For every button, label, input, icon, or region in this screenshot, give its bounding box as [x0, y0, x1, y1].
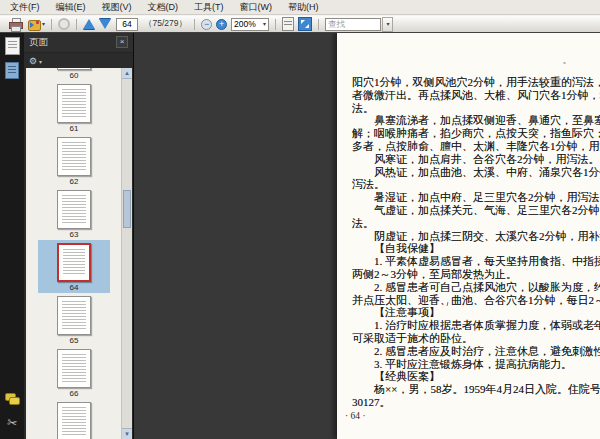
document-text-line: 阴虚证，加点揉三阴交、太溪穴各2分钟，用补法。	[352, 230, 600, 243]
export-icon	[27, 18, 41, 31]
document-text-line: 气虚证，加点揉关元、气海、足三里穴各2分钟，用补	[352, 204, 600, 217]
zoom-out-icon: −	[201, 19, 212, 30]
scroll-up-icon[interactable]: ▲	[122, 68, 132, 79]
fit-width-button[interactable]	[282, 17, 294, 32]
page-up-icon	[83, 19, 95, 29]
document-text-line: 暑湿证，加点中府、足三里穴各2分钟，用泻法。	[352, 191, 600, 204]
document-text-line: 【自我保健】	[352, 242, 600, 255]
thumbnail-page-number: 60	[70, 70, 79, 81]
thumbnail-page-number: 65	[70, 335, 79, 346]
document-workspace: 阳穴1分钟，双侧风池穴2分钟，用手法较重的泻法，使患 者微微汗出。再点揉风池、大…	[134, 32, 600, 439]
document-text-line: 2. 感冒患者可自己点揉风池穴，以酸胀为度，约2分钟，	[352, 281, 600, 294]
thumbnail-item[interactable]: 62	[38, 134, 110, 187]
print-icon	[8, 18, 23, 31]
document-text-line: 30127。	[352, 396, 600, 409]
document-text-line: 【注意事项】	[352, 306, 600, 319]
fit-page-button[interactable]	[298, 17, 312, 32]
thumbnail-page-preview[interactable]	[57, 84, 91, 123]
zoom-in-button[interactable]: +	[216, 17, 227, 32]
document-text-line: 3. 平时应注意锻炼身体，提高抗病能力。	[352, 358, 600, 371]
export-button[interactable]: ▾	[27, 17, 45, 32]
search-input[interactable]	[325, 18, 381, 31]
thumbnail-page-number: 63	[70, 229, 79, 240]
thumbnail-item[interactable]: 66	[38, 346, 110, 399]
document-text-line: 【经典医案】	[352, 370, 600, 383]
scroll-down-icon[interactable]: ▼	[122, 428, 132, 439]
comments-panel-button[interactable]	[0, 393, 24, 405]
fit-width-icon	[282, 17, 294, 31]
fit-page-icon	[298, 17, 312, 31]
thumbnail-page-number: 64	[70, 282, 79, 293]
menu-item[interactable]: 文件(F)	[2, 0, 48, 14]
pages-panel-header: 页面 ×	[24, 32, 133, 53]
document-text-line: 法。	[352, 102, 600, 115]
panel-close-button[interactable]: ×	[116, 36, 128, 48]
menu-item[interactable]: 视图(V)	[94, 0, 140, 14]
thumbnail-item[interactable]: 67	[38, 399, 110, 439]
zoom-in-icon: +	[216, 19, 227, 30]
comments-panel-icon	[5, 393, 19, 405]
zoom-level-dropdown[interactable]: 200% ▾	[231, 18, 269, 31]
thumbnail-page-preview[interactable]	[57, 68, 91, 70]
thumbnail-page-number: 62	[70, 176, 79, 187]
document-text-line: 阳穴1分钟，双侧风池穴2分钟，用手法较重的泻法，使患	[352, 76, 600, 89]
thumbnail-item[interactable]: 60	[38, 68, 110, 81]
thumbnail-page-preview[interactable]	[57, 349, 91, 388]
menu-item[interactable]: 帮助(H)	[280, 0, 327, 14]
thumbnail-page-preview[interactable]	[57, 243, 91, 282]
export-caret-icon: ▾	[42, 21, 45, 27]
document-text-line: 鼻塞流涕者，加点揉双侧迎香、鼻通穴，至鼻塞症状缓	[352, 114, 600, 127]
zoom-out-button[interactable]: −	[201, 17, 212, 32]
thumbnail-page-preview[interactable]	[57, 296, 91, 335]
bookmarks-panel-icon	[5, 62, 19, 79]
refresh-button-disabled[interactable]	[58, 17, 70, 32]
pages-panel-icon	[5, 37, 20, 55]
menu-bar: 文件(F) 编辑(E) 视图(V) 文档(D) 工具(T) 窗口(W) 帮助(H…	[0, 0, 600, 15]
thumbnail-scroll-content: 60 61 62 63 64 65 66 67	[26, 68, 122, 439]
scrollbar-thumb[interactable]	[123, 190, 131, 228]
toolbar-separator	[318, 19, 319, 30]
thumbnail-item[interactable]: 64	[38, 240, 110, 293]
thumbnail-item[interactable]: 65	[38, 293, 110, 346]
document-text-line: 风寒证，加点肩井、合谷穴各2分钟，用泻法。	[352, 153, 600, 166]
page-count-label: （75/279）	[144, 18, 187, 30]
thumbnail-page-preview[interactable]	[57, 402, 91, 439]
bookmarks-panel-button[interactable]	[0, 62, 24, 79]
panel-options-gear-icon[interactable]: ⚙	[29, 56, 37, 66]
navigation-icon-strip: ✂︎	[0, 32, 24, 439]
toolbar-separator	[194, 19, 195, 30]
page-down-icon	[99, 19, 111, 29]
thumbnail-scrollbar[interactable]: ▲ ▼	[121, 68, 132, 439]
pages-panel-options-bar: ⚙ ▾	[24, 53, 133, 69]
thumbnail-item[interactable]: 61	[38, 81, 110, 134]
thumbnail-item[interactable]: 63	[38, 187, 110, 240]
panel-options-caret-icon[interactable]: ▾	[39, 58, 42, 65]
document-text-line: 并点压太阳、迎香、曲池、合谷穴各1分钟，每日2～3次。	[352, 294, 600, 307]
thumbnail-page-number: 66	[70, 388, 79, 399]
main-toolbar: ▾ （75/279） − + 200% ▾	[0, 15, 600, 33]
pages-panel-title: 页面	[29, 36, 116, 49]
menu-item[interactable]: 编辑(E)	[48, 0, 94, 14]
document-page[interactable]: 阳穴1分钟，双侧风池穴2分钟，用手法较重的泻法，使患 者微微汗出。再点揉风池、大…	[337, 32, 600, 439]
thumbnail-page-preview[interactable]	[57, 190, 91, 229]
document-text-line: 多者，点按肺俞、膻中、太渊、丰隆穴各1分钟，用泻法。	[352, 140, 600, 153]
next-page-button[interactable]	[99, 17, 111, 32]
menu-item[interactable]: 工具(T)	[186, 0, 232, 14]
menu-item[interactable]: 窗口(W)	[232, 0, 281, 14]
toolbar-separator	[275, 19, 276, 30]
scan-speck	[563, 62, 566, 64]
document-text-line: 可采取适于施术的卧位。	[352, 332, 600, 345]
page-number-input[interactable]	[116, 18, 138, 31]
pages-panel: 页面 × ⚙ ▾ 60 61 62 63 64 65 66 6	[24, 32, 134, 439]
thumbnail-page-preview[interactable]	[57, 137, 91, 176]
search-options-dropdown[interactable]: ▾	[382, 17, 393, 32]
attachments-panel-button[interactable]: ✂︎	[0, 417, 24, 429]
thumbnail-page-number: 61	[70, 123, 79, 134]
previous-page-button[interactable]	[83, 17, 95, 32]
print-button[interactable]	[8, 17, 23, 32]
zoom-level-value: 200%	[234, 19, 256, 29]
menu-item[interactable]: 文档(D)	[140, 0, 187, 14]
document-text-line: 法。	[352, 217, 600, 230]
pages-panel-button[interactable]	[0, 37, 24, 55]
document-text-line: 1. 平素体虚易感冒者，每天坚持用食指、中指揉点鼻翼	[352, 255, 600, 268]
